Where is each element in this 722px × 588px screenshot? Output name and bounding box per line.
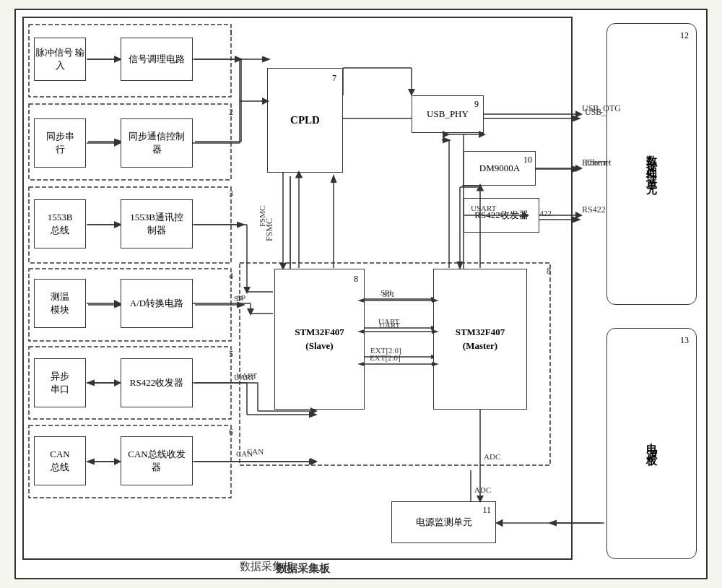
- b1553-ctrl-block: 1553B通讯控制器: [121, 199, 193, 248]
- svg-text:8: 8: [547, 266, 551, 276]
- usb-phy-block: USB_PHY 9: [412, 95, 484, 133]
- stm32-master-label: STM32F407(Master): [456, 326, 505, 352]
- cpld-num: 7: [332, 72, 336, 85]
- power-board-label: 电源板: [644, 435, 659, 452]
- svg-text:EXT[2:0]: EXT[2:0]: [370, 353, 401, 362]
- ad-convert-block: A/D转换电路: [121, 279, 193, 328]
- svg-text:5: 5: [229, 349, 233, 359]
- power-board-block: 电源板 13: [606, 328, 697, 559]
- svg-text:2: 2: [229, 107, 233, 117]
- async-serial-block: 异步串口: [34, 358, 86, 407]
- svg-text:CAN: CAN: [236, 449, 253, 458]
- svg-text:EXT[2:0]: EXT[2:0]: [370, 346, 401, 355]
- svg-text:SP: SP: [237, 293, 245, 302]
- svg-text:1: 1: [229, 27, 233, 38]
- pulse-input-block: 脉冲信号 输入: [34, 38, 86, 81]
- cpld-label: CPLD: [290, 113, 320, 128]
- diagram-container: 1 2 3 4 5 6 8 FSMC: [14, 9, 708, 579]
- svg-text:FSMC: FSMC: [258, 206, 266, 227]
- svg-text:RS422: RS422: [582, 204, 606, 215]
- svg-text:4: 4: [229, 271, 233, 281]
- dm9000a-block: DM9000A 10: [464, 151, 536, 186]
- signal-cond-block: 信号调理电路: [121, 38, 193, 81]
- svg-text:UART: UART: [236, 371, 258, 380]
- rs422-2-block: RS422收发器: [464, 198, 539, 233]
- data-proc-num: 12: [680, 30, 689, 42]
- cpld-block: CPLD 7: [267, 68, 343, 173]
- svg-text:SP: SP: [234, 294, 243, 303]
- can-bus-block: CAN总线: [34, 436, 86, 485]
- sync-serial-block: 同步串行: [34, 118, 86, 168]
- svg-text:UART: UART: [378, 317, 400, 326]
- stm32-slave-label: STM32F407(Slave): [295, 326, 344, 352]
- svg-text:数据采集板: 数据采集板: [275, 562, 331, 574]
- data-proc-block: 数据处理单元 12: [606, 23, 697, 305]
- sync-ctrl-block: 同步通信控制器: [121, 118, 193, 168]
- rs422-1-block: RS422收发器: [121, 358, 193, 407]
- svg-text:CAN: CAN: [247, 447, 264, 456]
- svg-text:ADC: ADC: [484, 452, 500, 461]
- svg-text:UART: UART: [379, 321, 401, 329]
- svg-text:ADC: ADC: [474, 485, 491, 494]
- temp-module-block: 测温模块: [34, 279, 86, 328]
- svg-text:SPI: SPI: [380, 288, 392, 297]
- b1553-bus-block: 1553B总线: [34, 199, 86, 248]
- data-proc-label: 数据处理单元: [644, 147, 659, 181]
- svg-text:UART: UART: [234, 373, 256, 381]
- stm32-master-block: STM32F407(Master): [433, 269, 527, 410]
- svg-text:数据采集板: 数据采集板: [240, 561, 294, 572]
- svg-text:3: 3: [229, 189, 233, 199]
- can-xcvr-block: CAN总线收发器: [121, 436, 193, 485]
- power-monitor-block: 电源监测单元 11: [391, 501, 496, 543]
- svg-text:6: 6: [229, 427, 233, 437]
- stm32-slave-block: STM32F407(Slave) 8: [274, 269, 365, 410]
- svg-text:SPI: SPI: [383, 290, 394, 298]
- svg-text:FSMC: FSMC: [264, 218, 274, 241]
- power-board-num: 13: [680, 334, 689, 347]
